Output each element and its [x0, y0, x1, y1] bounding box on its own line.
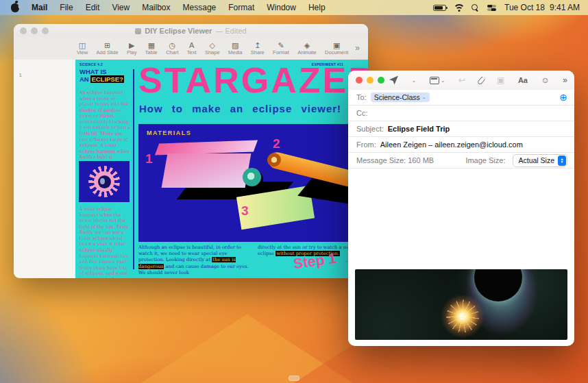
slide-column-divider [133, 69, 134, 269]
slide-subtitle: How to make an eclipse viewer! [139, 103, 341, 114]
slide-paragraph-eclipse: An eclipse happens when a moon or planet… [79, 90, 131, 166]
slide-canvas[interactable]: SCIENCE 4.2 EXPERIMENT #11 WHAT IS AN EC… [75, 60, 368, 278]
toolbar-shape-button[interactable]: ◇Shape [205, 41, 220, 55]
keynote-titlebar[interactable]: DIY Eclipse Viewer — Edited [14, 24, 368, 38]
eclipse-photo-attachment[interactable] [355, 269, 567, 340]
menu-bar-clock[interactable]: Tue Oct 18 9:41 AM [504, 3, 580, 12]
menu-window[interactable]: Window [260, 0, 302, 15]
close-button[interactable] [356, 77, 363, 84]
apple-menu-icon[interactable] [11, 3, 19, 12]
menu-file[interactable]: File [53, 0, 79, 15]
menu-bar: MailFileEditViewMailboxMessageFormatWind… [0, 0, 588, 15]
send-options-chevron[interactable]: ⌄ [412, 77, 417, 84]
shape-icon: ◇ [210, 41, 215, 49]
slide-nav-row: 1 [14, 63, 75, 78]
menu-edit[interactable]: Edit [79, 0, 106, 15]
control-center-icon[interactable] [487, 5, 496, 11]
menu-mail[interactable]: Mail [25, 0, 53, 15]
sun-illustration-box [79, 161, 130, 202]
toolbar-share-button[interactable]: ↥Share [251, 41, 265, 55]
image-size-select[interactable]: Actual Size ▲▼ [513, 154, 567, 167]
materials-number: 1 [145, 151, 153, 166]
slide-paragraph-solar: A solar eclipse happens when the moon bl… [79, 206, 131, 278]
spotlight-search-icon[interactable] [471, 4, 479, 12]
materials-number: 2 [273, 136, 280, 151]
zoom-button[interactable] [42, 27, 49, 34]
toolbar-label: Add Slide [96, 49, 118, 55]
dock [289, 375, 299, 381]
toolbar-label: Format [273, 49, 289, 55]
add-recipient-button[interactable]: ⊕ [559, 92, 567, 102]
header-fields-button[interactable]: ⌄ [430, 77, 445, 84]
materials-number: 3 [241, 203, 249, 219]
emoji-button[interactable]: ☺ [541, 75, 549, 85]
animate-icon: ◈ [304, 41, 310, 49]
subject-value: Eclipse Field Trip [388, 125, 450, 133]
toolbar-overflow-button[interactable]: » [563, 75, 567, 85]
slide-heading: WHAT IS AN ECLIPSE? [79, 68, 132, 83]
desktop-wallpaper: DIY Eclipse Viewer — Edited ◫View⊞Add Sl… [0, 0, 588, 383]
toolbar-add-slide-button[interactable]: ⊞Add Slide [96, 41, 118, 55]
edited-indicator: — Edited [215, 27, 246, 35]
image-size-label: Image Size: [465, 156, 505, 164]
chevron-down-icon: ⌄ [422, 95, 426, 100]
menu-message[interactable]: Message [177, 0, 223, 15]
recipient-token[interactable]: Science-Class⌄ [371, 92, 430, 102]
add-slide-icon: ⊞ [104, 41, 110, 49]
materials-panel: MATERIALS 1 2 3 4 [138, 124, 365, 242]
attach-button[interactable] [479, 76, 484, 85]
stepper-icon: ▲▼ [558, 156, 566, 166]
toolbar-table-button[interactable]: ▦Table [145, 41, 158, 55]
table-icon: ▦ [148, 41, 155, 49]
close-button[interactable] [20, 27, 27, 34]
subject-label: Subject: [356, 125, 384, 133]
toolbar-chart-button[interactable]: ◷Chart [166, 41, 178, 55]
zoom-button[interactable] [378, 77, 384, 84]
toolbar-label: Shape [205, 49, 220, 55]
minimize-button[interactable] [31, 27, 38, 34]
subject-field[interactable]: Subject: Eclipse Field Trip [348, 121, 574, 137]
from-value: Aileen Zeigen – aileen.zeigen@icloud.com [380, 140, 523, 149]
minimize-button[interactable] [367, 77, 373, 84]
keynote-window-controls [20, 27, 49, 34]
menu-help[interactable]: Help [302, 0, 332, 15]
send-button[interactable] [389, 76, 398, 85]
from-field[interactable]: From: Aileen Zeigen – aileen.zeigen@iclo… [348, 137, 574, 153]
cc-field[interactable]: Cc: [348, 106, 574, 121]
battery-icon[interactable] [433, 5, 446, 11]
keynote-toolbar: ◫View⊞Add Slide▶Play▦Table◷ChartAText◇Sh… [14, 38, 368, 60]
to-label: To: [356, 93, 367, 101]
toolbar-label: Table [145, 49, 158, 55]
wifi-icon[interactable] [454, 4, 463, 11]
materials-title: MATERIALS [147, 129, 191, 136]
view-icon: ◫ [79, 41, 86, 49]
format-icon: ✎ [278, 41, 284, 49]
toolbar-document-button[interactable]: ▣Document [325, 41, 348, 55]
text-icon: A [189, 41, 194, 49]
header-fields-icon [430, 77, 439, 84]
from-label: From: [356, 140, 376, 149]
toolbar-media-button[interactable]: ▨Media [228, 41, 242, 55]
toolbar-play-button[interactable]: ▶Play [127, 41, 137, 55]
menu-view[interactable]: View [106, 0, 136, 15]
to-field[interactable]: To: Science-Class⌄ ⊕ [348, 90, 574, 106]
menu-format[interactable]: Format [222, 0, 260, 15]
toolbar-label: Text [187, 49, 197, 55]
toolbar-view-button[interactable]: ◫View [77, 41, 88, 55]
chart-icon: ◷ [169, 41, 176, 49]
toolbar-format-button[interactable]: ✎Format [273, 41, 289, 55]
keynote-window-title: DIY Eclipse Viewer — Edited [135, 27, 246, 35]
play-icon: ▶ [129, 41, 134, 49]
sun-icon [88, 166, 120, 197]
toolbar-animate-button[interactable]: ◈Animate [297, 41, 317, 55]
message-size: Message Size: 160 MB [356, 156, 434, 164]
toolbar-text-button[interactable]: AText [187, 41, 197, 55]
mail-toolbar[interactable]: ⌄ ⌄ ↩ ▣ Aa ☺ » [348, 71, 574, 90]
share-icon: ↥ [254, 41, 260, 49]
document-title: DIY Eclipse Viewer [145, 27, 212, 35]
time-text: 9:41 AM [550, 3, 580, 12]
keynote-window: DIY Eclipse Viewer — Edited ◫View⊞Add Sl… [14, 24, 368, 278]
format-button[interactable]: Aa [518, 76, 528, 84]
menu-mailbox[interactable]: Mailbox [136, 0, 176, 15]
toolbar-overflow-button[interactable]: » [355, 43, 360, 53]
